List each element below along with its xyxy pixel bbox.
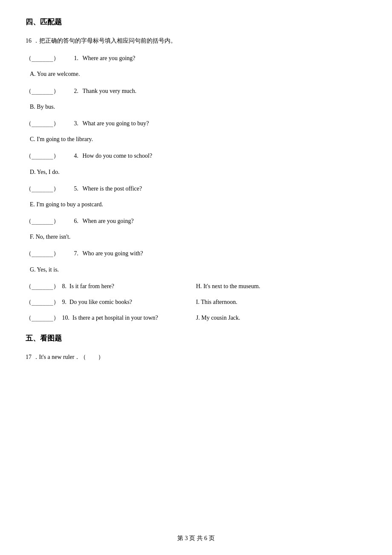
q10-left: （______） 10. Is there a pet hospital in … [26,312,196,323]
answer-text-I: This afternoon. [201,299,237,305]
qtext-2: Thank you very much. [83,86,367,96]
answer-text-J: My cousin Jack. [201,315,240,321]
qnum-1: 1. [72,53,80,64]
instruction-16: 16 ．把正确的答句的字母标号填入相应问句前的括号内。 [26,35,366,46]
answer-text-E: I'm going to buy a postcard. [37,201,104,208]
blank-7: （______） [26,248,72,259]
answer-label-F: F. [30,234,36,240]
answer-A: A. You are welcome. [26,69,366,79]
answer-label-A: A. [30,71,37,77]
section-5-title: 五、看图题 [26,333,366,343]
answer-C: C. I'm going to the library. [26,134,366,145]
blank-3: （______） [26,118,72,129]
question-row-8: （______） 8. Is it far from here? H. It's… [26,281,366,292]
instruction-17-body: ．It's a new ruler．（ ） [33,352,104,362]
answer-text-G: Yes, it is. [37,266,59,273]
blank-5: （______） [26,183,72,194]
footer-text: 第 3 页 共 6 页 [177,535,215,541]
qtext-6: When are you going? [83,216,367,226]
page-footer: 第 3 页 共 6 页 [0,535,392,542]
blank-9: （______） [26,298,59,305]
section-4: 四、匹配题 16 ．把正确的答句的字母标号填入相应问句前的括号内。 （_____… [26,17,366,323]
answer-text-D: Yes, I do. [37,169,60,175]
answer-text-H: It's next to the museum. [203,283,260,289]
question-row-10: （______） 10. Is there a pet hospital in … [26,312,366,323]
answer-text-F: No, there isn't. [36,234,71,240]
blank-8: （______） [26,283,59,289]
answer-F: F. No, there isn't. [26,231,366,242]
instruction-num: 16 [26,38,32,44]
qnum-5: 5. [72,183,80,194]
qnum-4: 4. [72,150,80,161]
q8-left: （______） 8. Is it far from here? [26,281,196,292]
qtext-1: Where are you going? [83,53,367,64]
question-row-7: （______） 7. Who are you going with? [26,248,366,259]
answer-label-D: D. [30,169,37,175]
qnum-2: 2. [72,86,80,96]
question-row-6: （______） 6. When are you going? [26,216,366,226]
qtext-7: Who are you going with? [83,248,367,259]
answer-label-H: H. [196,283,203,289]
q10-right: J. My cousin Jack. [196,312,366,323]
qnum-6: 6. [72,216,80,226]
answer-D: D. Yes, I do. [26,167,366,177]
answer-text-B: By bus. [37,104,55,110]
qtext-9: Do you like comic books? [69,299,132,305]
answer-label-C: C. [30,136,37,142]
question-row-5: （______） 5. Where is the post office? [26,183,366,194]
qnum-9: 9. [61,299,68,305]
question-row-3: （______） 3. What are you going to buy? [26,118,366,129]
qnum-3: 3. [72,118,80,129]
q8-right: H. It's next to the museum. [196,281,366,292]
qnum-8: 8. [61,283,68,289]
answer-label-B: B. [30,104,37,110]
answer-B: B. By bus. [26,101,366,112]
answer-label-J: J. [196,315,201,321]
answer-E: E. I'm going to buy a postcard. [26,199,366,210]
section-4-title: 四、匹配题 [26,17,366,27]
question-row-2: （______） 2. Thank you very much. [26,86,366,96]
answer-text-A: You are welcome. [37,71,80,77]
qnum-7: 7. [72,248,80,259]
question-row-9: （______） 9. Do you like comic books? I. … [26,297,366,307]
blank-10: （______） [26,314,59,321]
answer-G: G. Yes, it is. [26,264,366,275]
qtext-4: How do you come to school? [83,150,367,161]
instruction-17-num: 17 [26,352,32,362]
answer-text-C: I'm going to the library. [37,136,93,142]
qtext-8: Is it far from here? [69,283,114,289]
section-5: 五、看图题 17 ．It's a new ruler．（ ） [26,333,366,362]
question-row-4: （______） 4. How do you come to school? [26,150,366,161]
question-row-1: （______） 1. Where are you going? [26,53,366,64]
blank-1: （______） [26,53,72,64]
blank-6: （______） [26,216,72,226]
answer-label-E: E. [30,201,37,208]
qtext-3: What are you going to buy? [83,118,367,129]
question-17: 17 ．It's a new ruler．（ ） [26,352,366,362]
q9-left: （______） 9. Do you like comic books? [26,297,196,307]
blank-4: （______） [26,150,72,161]
blank-2: （______） [26,86,72,96]
qnum-10: 10. [61,315,71,321]
answer-label-I: I. [196,299,201,305]
q9-right: I. This afternoon. [196,297,366,307]
qtext-10: Is there a pet hospital in your town? [72,315,158,321]
answer-label-G: G. [30,266,37,273]
instruction-body: ．把正确的答句的字母标号填入相应问句前的括号内。 [33,38,176,44]
qtext-5: Where is the post office? [83,183,367,194]
